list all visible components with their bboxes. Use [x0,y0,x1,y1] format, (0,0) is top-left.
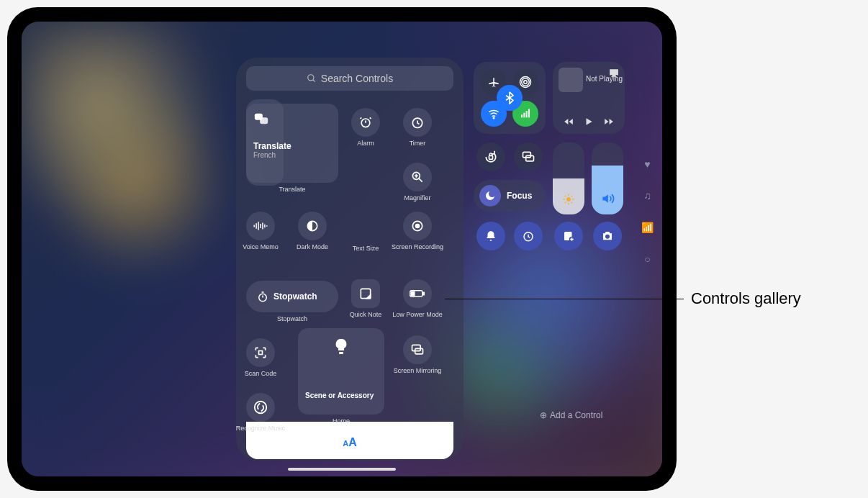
battery-icon [410,289,425,299]
search-icon [307,73,317,83]
controls-gallery-panel: Search Controls Translate French Transla… [236,58,464,461]
airdrop-icon [519,76,532,89]
home-tile[interactable]: Scene or Accessory [298,328,384,415]
bluetooth-icon [505,91,515,104]
now-playing-label: Not Playing [586,75,623,83]
svg-point-4 [361,119,370,127]
wifi-icon [487,107,500,120]
play-icon[interactable] [584,117,594,127]
translate-icon [253,111,269,127]
svg-point-38 [493,117,494,119]
svg-point-35 [524,81,528,84]
volume-slider[interactable] [592,142,623,214]
airplane-icon [487,76,500,89]
svg-line-7 [370,117,371,119]
quick-note-icon [358,286,373,301]
screen-mirror-button[interactable] [514,142,543,171]
stopwatch-inline-label: Stopwatch [273,291,317,302]
quick-note-label: Quick Note [337,311,394,318]
alarm-tile[interactable] [351,108,380,137]
voice-memo-tile[interactable] [246,212,275,240]
search-input[interactable]: Search Controls [246,66,453,91]
signal-icon: 📶 [641,222,654,233]
brightness-slider[interactable] [553,142,584,214]
camera-cc-button[interactable] [593,222,622,250]
search-placeholder: Search Controls [321,73,393,84]
translate-title: Translate [253,141,291,151]
low-power-label: Low Power Mode [389,311,446,318]
svg-rect-39 [521,114,523,117]
screen-recording-label: Screen Recording [389,243,446,250]
timer-tile[interactable] [403,108,432,137]
svg-point-36 [522,78,530,86]
svg-rect-43 [489,155,493,159]
svg-line-10 [419,178,422,182]
add-control-label: Add a Control [550,410,602,420]
cellular-icon [520,108,531,119]
recognize-music-tile[interactable] [246,393,275,422]
silent-button[interactable] [476,222,505,250]
translate-label: Translate [246,186,338,193]
stopwatch-label: Stopwatch [246,315,338,322]
svg-rect-30 [259,351,263,355]
orientation-lock-icon [484,150,498,164]
rewind-icon[interactable] [564,117,574,127]
voice-memo-icon [253,219,268,232]
ipad-frame: Search Controls Translate French Transla… [7,7,677,491]
qr-icon [253,345,268,360]
svg-line-53 [571,196,573,197]
scan-code-label: Scan Code [232,370,289,377]
add-control-button[interactable]: ⊕ Add a Control [540,410,602,420]
note-cc-button[interactable] [554,222,583,250]
stopwatch-tile[interactable]: Stopwatch [246,281,338,312]
svg-point-46 [566,197,571,202]
svg-point-34 [255,402,267,414]
focus-label: Focus [507,191,532,201]
dark-mode-tile[interactable] [298,212,327,240]
low-power-tile[interactable] [403,279,432,308]
translate-tile[interactable]: Translate French [246,104,338,183]
recognize-music-label: Recognize Music [232,425,289,432]
screen-mirroring-icon [410,343,425,357]
screen-mirroring-tile[interactable] [403,335,432,364]
control-center-cluster: Not Playing [474,62,639,285]
svg-rect-41 [526,111,528,117]
quick-note-tile[interactable] [351,279,380,308]
text-size-icon: AA [246,436,453,449]
screen-mirroring-label: Screen Mirroring [389,367,446,374]
svg-rect-31 [339,352,343,354]
focus-tile[interactable]: Focus [474,180,546,212]
album-art-placeholder [559,68,583,92]
magnifier-icon [410,170,425,184]
svg-rect-3 [260,117,268,124]
voice-memo-label: Voice Memo [232,243,289,250]
magnifier-tile[interactable] [403,163,432,191]
brightness-icon [562,193,575,206]
svg-line-54 [565,202,566,204]
svg-point-22 [416,225,420,228]
orientation-lock-button[interactable] [476,142,505,171]
media-controls [553,117,625,127]
timer-cc-button[interactable] [514,222,543,250]
svg-line-51 [565,196,566,197]
forward-icon[interactable] [604,117,614,127]
home-indicator[interactable] [288,468,396,471]
svg-rect-29 [412,291,415,295]
moon-icon [484,190,496,202]
timer-icon [410,115,425,130]
svg-rect-40 [523,113,525,118]
now-playing-tile[interactable]: Not Playing [553,62,625,134]
shazam-icon [253,399,268,415]
translate-subtitle: French [253,151,276,159]
scan-code-tile[interactable] [246,338,275,367]
heart-icon: ♥ [644,158,650,170]
alarm-label: Alarm [337,140,394,147]
page-dot: ○ [644,253,650,265]
page-indicators[interactable]: ♥ ♫ 📶 ○ [641,158,654,265]
camera-icon [601,230,614,243]
volume-icon [600,191,615,206]
screen-recording-tile[interactable] [403,212,432,240]
svg-point-60 [605,235,610,239]
bluetooth-button[interactable] [497,85,523,111]
music-icon: ♫ [643,190,651,202]
